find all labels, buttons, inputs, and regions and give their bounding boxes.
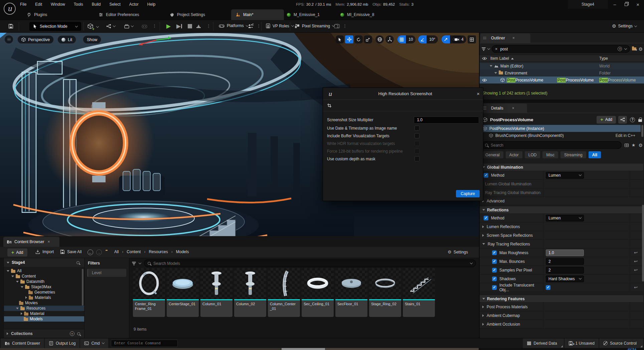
asset-search-history-chevron[interactable] — [470, 261, 473, 264]
perspective-dropdown[interactable]: Perspective — [17, 35, 54, 44]
group-screen-space-reflections[interactable]: Screen Space Reflections — [480, 231, 643, 240]
minimize-button[interactable]: – — [613, 2, 616, 7]
prop-rt-gi[interactable]: Ray Tracing Global Illumination — [480, 188, 643, 197]
remote-session-icon[interactable] — [334, 23, 340, 28]
blueprint-convert-icon[interactable] — [618, 116, 627, 124]
source-control-button[interactable]: Source Control — [599, 338, 643, 348]
derived-data-button[interactable]: Derived Data — [523, 338, 564, 348]
tree-item-all[interactable]: All — [4, 268, 84, 274]
type-column-header[interactable]: Type — [599, 56, 608, 61]
max-bounces-input[interactable]: 2 — [546, 258, 584, 265]
filter-chip-actor[interactable]: Actor — [506, 151, 522, 158]
close-button[interactable]: × — [636, 2, 639, 7]
skip-button[interactable]: ▶ — [176, 23, 182, 30]
grid-snap-control[interactable]: 10 — [397, 35, 416, 43]
filter-chip-misc[interactable]: Misc — [542, 151, 558, 158]
menu-build[interactable]: Build — [92, 2, 101, 7]
breadcrumb-models[interactable]: Models — [176, 249, 189, 254]
grid-snap-icon[interactable] — [397, 35, 406, 43]
details-settings-gear-icon[interactable]: ⚙ — [638, 143, 643, 148]
save-level-icon[interactable] — [8, 24, 13, 29]
asset-search-box[interactable] — [144, 259, 476, 267]
content-browser-tab[interactable]: Content Browser × — [3, 237, 59, 247]
tree-item-movies[interactable]: Movies — [4, 300, 84, 306]
eject-button[interactable]: ▲ — [196, 23, 201, 28]
tree-item-geometries[interactable]: Geometries — [4, 290, 84, 295]
cb-add-button[interactable]: + Add — [7, 248, 27, 256]
stream-options-dots[interactable]: ⋮ — [343, 24, 347, 28]
reset-to-default-icon[interactable]: ↩ — [628, 285, 643, 290]
reset-to-default-icon[interactable]: ↩ — [628, 259, 643, 264]
close-content-browser-icon[interactable]: × — [47, 239, 50, 244]
reset-to-default-icon[interactable]: ↩ — [628, 250, 643, 255]
visibility-column-eye-icon[interactable] — [482, 57, 487, 60]
outliner-row-environment[interactable]: Environment Folder — [480, 69, 644, 76]
dialog-close-icon[interactable]: × — [477, 91, 480, 97]
breadcrumb-resources[interactable]: Resources — [149, 249, 168, 254]
asset-search-input[interactable] — [153, 261, 468, 266]
outliner-settings-gear-icon[interactable]: ⚙ — [638, 46, 643, 52]
asset-filter-funnel-icon[interactable] — [132, 262, 136, 265]
collections-section[interactable]: Collections + — [4, 329, 84, 338]
category-reflections[interactable]: Reflections — [480, 206, 643, 214]
console-command-input[interactable] — [111, 340, 178, 347]
asset-card-secfloor[interactable]: SecFloor_01 — [335, 268, 367, 317]
refl-method-dropdown[interactable]: Lumen — [546, 215, 584, 221]
display-options-icon[interactable] — [625, 144, 629, 147]
asset-card-stairs[interactable]: Stairs_01 — [403, 268, 435, 317]
capture-region-crop-icon[interactable] — [327, 103, 332, 108]
tree-item-materials[interactable]: Materials — [4, 295, 84, 300]
toolbar-overflow-dots[interactable]: ⋮ — [152, 24, 157, 28]
breadcrumb-content[interactable]: Content — [127, 249, 141, 254]
item-label-column-header[interactable]: Item Label — [490, 56, 509, 61]
scale-tool-button[interactable] — [364, 35, 372, 43]
row-visibility-eye-icon[interactable] — [482, 78, 487, 82]
vp-roles-dropdown[interactable]: VP Roles — [266, 23, 294, 28]
multi-user-dots[interactable]: ⋮ — [257, 24, 261, 28]
dialog-titlebar[interactable]: u High Resolution Screenshot × — [323, 88, 483, 100]
category-global-illumination[interactable]: Global Illumination — [480, 164, 643, 171]
add-component-button[interactable]: + Add — [597, 116, 616, 124]
scale-snap-icon[interactable] — [442, 35, 450, 43]
outliner-row-postprocessvolume[interactable]: PostProcessVolume PostProcessVolume Post… — [480, 76, 644, 83]
add-collection-icon[interactable]: + — [70, 331, 74, 336]
camera-speed-chip[interactable]: 4 — [452, 35, 466, 43]
breadcrumb-all[interactable]: All — [114, 249, 119, 254]
help-icon[interactable]: ? — [630, 117, 635, 122]
checkbox-checked[interactable]: ✓ — [484, 173, 488, 178]
cb-settings-button[interactable]: ⚙ Settings — [448, 249, 468, 254]
shadows-dropdown[interactable]: Hard Shadows — [546, 276, 584, 282]
edit-in-cpp-link[interactable]: Edit in C++ — [616, 133, 635, 138]
clear-search-icon[interactable]: × — [495, 46, 498, 51]
menu-edit[interactable]: Edit — [35, 2, 42, 7]
checkbox-checked[interactable]: ✓ — [492, 285, 497, 290]
tree-item-content[interactable]: Content — [4, 274, 84, 279]
timestamp-checkbox[interactable] — [415, 126, 420, 131]
group-advanced[interactable]: Advanced — [480, 197, 643, 205]
multi-user-icon[interactable] — [248, 23, 254, 28]
component-scrollbar[interactable] — [641, 125, 643, 137]
tab-plugins[interactable]: Plugins — [27, 11, 47, 19]
selection-mode-dropdown[interactable]: Selection Mode — [29, 22, 81, 31]
maximize-viewport-button[interactable] — [468, 35, 476, 43]
buffer-checkbox[interactable] — [415, 133, 420, 138]
filter-chip-all[interactable]: All — [589, 151, 601, 158]
menu-actor[interactable]: Actor — [129, 2, 139, 7]
add-filter-icon[interactable]: + — [618, 47, 622, 51]
cmd-console-button[interactable]: Cmd — [80, 338, 108, 348]
tab-editor-preferences[interactable]: Editor Preferences — [99, 11, 139, 19]
platforms-dropdown[interactable]: Platforms — [219, 23, 248, 28]
filter-chip-streaming[interactable]: Streaming — [560, 151, 586, 158]
toolbar-settings-dropdown[interactable]: ⚙ Settings — [612, 23, 637, 29]
menu-select[interactable]: Select — [109, 2, 120, 7]
move-tool-button[interactable] — [345, 35, 353, 43]
blueprints-dropdown[interactable] — [106, 24, 115, 29]
content-drawer-button[interactable]: Content Drawer — [1, 338, 44, 348]
asset-card-center-ring-frame[interactable]: Center_Ring Frame_01 — [133, 268, 165, 317]
grid-snap-value[interactable]: 10 — [406, 37, 416, 42]
close-outliner-icon[interactable]: × — [512, 36, 515, 40]
asset-card-sec-ceiling[interactable]: Sec_Ceiling_01 — [302, 268, 334, 317]
rotation-snap-value[interactable]: 10° — [427, 37, 438, 42]
collections-search-icon[interactable] — [77, 332, 80, 335]
asset-filter-chevron[interactable] — [139, 261, 141, 264]
